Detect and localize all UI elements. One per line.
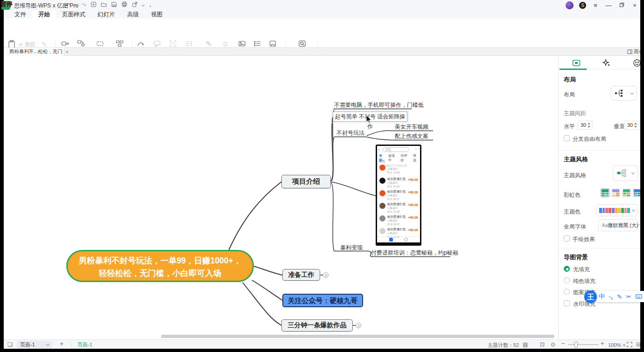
toolbar-more-icon[interactable]: ⌄ (148, 3, 152, 8)
hand-drawn-label: 手绘效果 (573, 235, 595, 243)
zoom-out-button[interactable]: − (561, 340, 565, 347)
global-font-dropdown[interactable]: Aa 微软雅黑 (大) (598, 219, 638, 231)
topic-no-computer[interactable]: 不需要电脑，手机即可操作，门槛低 (334, 101, 412, 109)
topic-paid-group[interactable]: 付费进群培训：恋爱秘籍，约p秘籍 (371, 249, 450, 257)
rainbow-swatch-1[interactable] (601, 188, 609, 197)
redo-icon[interactable]: ↷ (81, 2, 86, 9)
topic-project-intro[interactable]: 项目介绍 (281, 175, 331, 188)
zoom-in-button[interactable]: + (601, 340, 604, 347)
fill-none-radio[interactable] (564, 266, 570, 272)
vertical-spacing-stepper[interactable]: 30 (624, 121, 639, 130)
cut-icon: ✂ (19, 41, 23, 48)
fill-pattern-radio[interactable] (564, 289, 570, 295)
outline-view-icon[interactable]: ▤ (523, 341, 528, 348)
hand-drawn-checkbox[interactable] (564, 235, 570, 242)
bill-tab-icon (389, 238, 393, 242)
menubar: 文件 开始 页面样式 幻灯片 高级 视图 (4, 10, 640, 19)
rainbow-label: 彩虹色 (564, 191, 581, 199)
topic-monetization[interactable]: 暴利变现 (334, 244, 369, 252)
print-icon[interactable] (121, 1, 127, 9)
menu-tab-page-style[interactable]: 页面样式 (56, 10, 91, 19)
transaction-row-partial: 入账成功 昨天 12:59 (377, 167, 420, 176)
ime-keyboard-icon[interactable] (636, 293, 642, 300)
ime-punctuation-icon[interactable]: ·, (609, 293, 613, 300)
minimize-button[interactable]: — (605, 2, 612, 9)
ime-cut-icon[interactable]: ✂ (626, 293, 631, 300)
topic-follow-account[interactable]: 关注公众号：硬核九哥 (282, 294, 363, 307)
spacing-label: 主题间距 (564, 110, 586, 117)
share-icon[interactable] (132, 1, 138, 9)
collapse-bar-icon[interactable]: ⊟ (636, 341, 640, 348)
recorder-pause-overlay[interactable]: 暂停 (0, 0, 13, 8)
ai-sparkle-tab[interactable] (602, 58, 611, 68)
vertical-label: 垂直 (614, 123, 625, 131)
stepper-up-icon[interactable] (588, 123, 590, 124)
menu-icon[interactable]: ≡ (592, 2, 599, 9)
undo-icon[interactable]: ↶ (65, 2, 70, 9)
page-tab-active[interactable]: 页面-1 (77, 341, 92, 348)
fullscreen-icon[interactable] (627, 342, 632, 349)
style-panel-tab[interactable] (572, 58, 581, 68)
topic-preparation[interactable]: 准备工作 (282, 269, 320, 281)
zoom-level-dropdown[interactable]: 100% ˅ (608, 342, 626, 348)
add-page-button[interactable]: + (60, 340, 63, 347)
theme-style-label: 主题风格 (564, 172, 586, 179)
emoji-panel-tab[interactable] (632, 58, 640, 68)
collapsed-count-badge[interactable]: 3 (356, 323, 361, 328)
document-tab[interactable]: 男粉暴利不...松松，无门 × (4, 48, 64, 56)
stepper-up-icon[interactable] (634, 123, 637, 124)
focus-center-icon[interactable]: ⊙ (551, 341, 555, 348)
member-badge[interactable]: S (579, 2, 586, 9)
layout-section-header: 布局 (564, 76, 576, 84)
canvas-panel-toggle[interactable]: 画布 (627, 48, 640, 56)
horizontal-scrollbar[interactable] (161, 335, 554, 338)
share-caret-icon[interactable] (141, 3, 145, 7)
fill-solid-radio[interactable] (564, 277, 570, 283)
open-file-icon[interactable] (101, 1, 107, 9)
fit-window-icon[interactable]: ⊡ (540, 341, 545, 348)
user-avatar[interactable] (566, 1, 574, 9)
horizontal-spacing-stepper[interactable]: 30 (577, 121, 593, 130)
menu-tab-file[interactable]: 文件 (8, 10, 32, 19)
zoom-slider-thumb[interactable] (574, 341, 578, 348)
ime-badge[interactable]: 王 (584, 290, 597, 303)
theme-color-dropdown[interactable] (596, 204, 638, 216)
stepper-down-icon[interactable] (634, 126, 637, 128)
ime-handwriting-icon[interactable]: ✎ (617, 293, 622, 300)
format-painter-icon[interactable]: ✎ (42, 41, 47, 48)
free-layout-checkbox[interactable] (564, 135, 570, 141)
menu-tab-advanced[interactable]: 高级 (121, 10, 145, 19)
close-button[interactable]: × (631, 2, 638, 9)
zoom-slider[interactable] (568, 344, 599, 345)
page-panel-icon[interactable]: ❏ (7, 341, 13, 348)
topic-sad-copywriting[interactable]: 配上伤感文案 (390, 132, 433, 140)
cut-button[interactable]: ✂剪切 (19, 41, 35, 48)
collapsed-count-badge[interactable]: 3 (323, 272, 329, 278)
titlebar: 思维导图-WPS x 亿图 Pro ↶ ↷ ⌄ S ≡ — × (4, 0, 640, 10)
undo-caret-icon[interactable] (74, 3, 77, 7)
save-icon[interactable] (111, 1, 117, 9)
rainbow-swatch-2[interactable] (611, 188, 620, 197)
menu-tab-view[interactable]: 视图 (145, 10, 169, 19)
mindmap-canvas[interactable]: 男粉暴利不封号玩法，一单99，日赚1000+， 轻轻松松，无门槛，小白即可入场 … (4, 56, 558, 339)
connector-lines (4, 56, 558, 339)
rainbow-swatch-3[interactable] (622, 188, 631, 197)
theme-style-dropdown[interactable] (613, 165, 638, 181)
maximize-button[interactable] (618, 2, 625, 9)
menu-tab-home[interactable]: 开始 (32, 10, 56, 19)
ime-mode-chinese[interactable]: 中 (599, 292, 605, 301)
page-select-dropdown[interactable]: 页面-1 (17, 341, 52, 348)
central-topic[interactable]: 男粉暴利不封号玩法，一单99，日赚1000+， 轻轻松松，无门槛，小白即可入场 (66, 250, 254, 282)
tab-close-icon[interactable]: × (66, 49, 69, 55)
new-file-icon[interactable] (91, 1, 97, 9)
stepper-down-icon[interactable] (588, 126, 590, 128)
phone-screenshot-node[interactable]: ‹ 搜索 ⋯ 全部 提现中 待评价 筛选 红包 已显示最近三个月的记录 入账成功… (376, 145, 421, 246)
topic-no-ban-method[interactable]: 不封号玩法 (334, 129, 367, 137)
topic-viral-works[interactable]: 三分钟一条爆款作品 (281, 319, 353, 331)
layout-dropdown[interactable] (611, 86, 637, 101)
rainbow-swatch-4[interactable] (633, 188, 640, 197)
fill-watermark-checkbox[interactable] (564, 300, 570, 306)
topic-beauty-video[interactable]: 美女开车视频 (390, 123, 433, 131)
emoji-marker-icon: ☺ (222, 40, 229, 48)
menu-tab-slides[interactable]: 幻灯片 (91, 10, 121, 19)
